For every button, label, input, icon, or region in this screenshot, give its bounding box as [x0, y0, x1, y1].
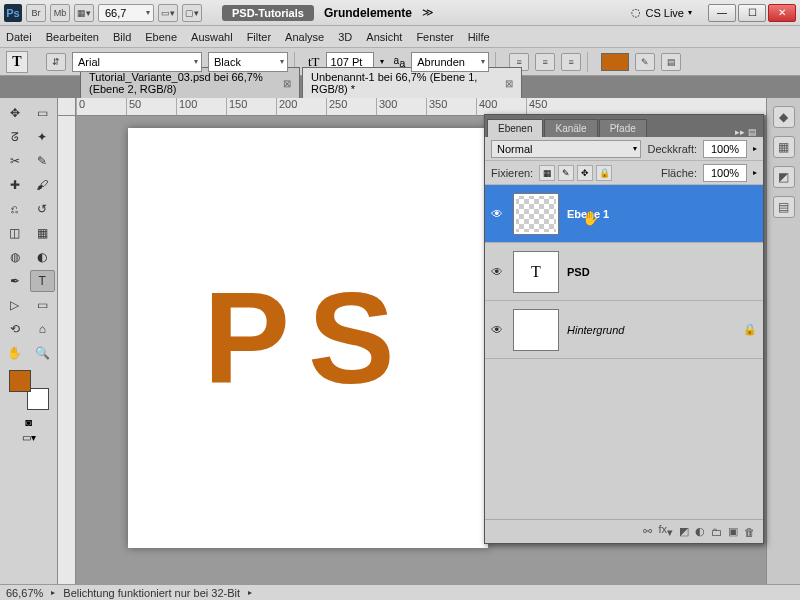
blend-mode-select[interactable]: Normal [491, 140, 641, 158]
warp-text-button[interactable]: ✎ [635, 53, 655, 71]
layer-style-button[interactable]: fx▾ [658, 523, 673, 539]
history-brush-tool[interactable]: ↺ [30, 198, 56, 220]
align-center-button[interactable]: ≡ [535, 53, 555, 71]
layer-thumbnail[interactable] [513, 309, 559, 351]
workspace-switcher[interactable]: PSD-Tutorials [222, 5, 314, 21]
opacity-flyout[interactable]: ▸ [753, 144, 757, 153]
3d-camera-tool[interactable]: ⌂ [30, 318, 56, 340]
color-panel-icon[interactable]: ◆ [773, 106, 795, 128]
healing-tool[interactable]: ✚ [2, 174, 28, 196]
tool-preset-type[interactable]: T [6, 51, 28, 73]
link-layers-button[interactable]: ⚯ [643, 525, 652, 538]
menu-filter[interactable]: Filter [247, 31, 271, 43]
align-right-button[interactable]: ≡ [561, 53, 581, 71]
lock-pixels-button[interactable]: ✎ [558, 165, 574, 181]
shape-tool[interactable]: ▭ [30, 294, 56, 316]
stamp-tool[interactable]: ⎌ [2, 198, 28, 220]
adjustment-layer-button[interactable]: ◐ [695, 525, 705, 538]
close-button[interactable]: ✕ [768, 4, 796, 22]
screenmode-button[interactable]: ▢▾ [182, 4, 202, 22]
menu-ebene[interactable]: Ebene [145, 31, 177, 43]
character-panel-button[interactable]: ▤ [661, 53, 681, 71]
arrange-button[interactable]: ▭▾ [158, 4, 178, 22]
delete-layer-button[interactable]: 🗑 [744, 526, 755, 538]
tab-pfade[interactable]: Pfade [599, 119, 647, 137]
menu-hilfe[interactable]: Hilfe [468, 31, 490, 43]
document-tab-1[interactable]: Unbenannt-1 bei 66,7% (Ebene 1, RGB/8) *… [302, 67, 522, 98]
layer-name[interactable]: PSD [567, 266, 590, 278]
hand-tool[interactable]: ✋ [2, 342, 28, 364]
marquee-tool[interactable]: ▭ [30, 102, 56, 124]
ruler-origin[interactable] [58, 98, 76, 116]
menu-ansicht[interactable]: Ansicht [366, 31, 402, 43]
layers-panel-icon[interactable]: ▤ [773, 196, 795, 218]
crop-tool[interactable]: ✂ [2, 150, 28, 172]
more-icon[interactable]: ≫ [422, 6, 434, 19]
opacity-input[interactable]: 100% [703, 140, 747, 158]
fill-input[interactable]: 100% [703, 164, 747, 182]
layer-name[interactable]: Hintergrund [567, 324, 624, 336]
layer-row[interactable]: 👁 T PSD [485, 243, 763, 301]
layer-thumbnail[interactable] [513, 193, 559, 235]
lasso-tool[interactable]: ᘔ [2, 126, 28, 148]
font-family-select[interactable]: Arial [72, 52, 202, 72]
text-color-swatch[interactable] [601, 53, 629, 71]
antialias-select[interactable]: Abrunden [411, 52, 489, 72]
zoom-tool[interactable]: 🔍 [30, 342, 56, 364]
visibility-icon[interactable]: 👁 [491, 323, 505, 337]
menu-datei[interactable]: Datei [6, 31, 32, 43]
close-icon[interactable]: ⊠ [505, 78, 513, 89]
menu-auswahl[interactable]: Auswahl [191, 31, 233, 43]
fill-flyout[interactable]: ▸ [753, 168, 757, 177]
path-select-tool[interactable]: ▷ [2, 294, 28, 316]
tab-ebenen[interactable]: Ebenen [487, 119, 543, 137]
lock-transparency-button[interactable]: ▦ [539, 165, 555, 181]
layer-mask-button[interactable]: ◩ [679, 525, 689, 538]
zoom-dropdown[interactable]: 66,7 [98, 4, 154, 22]
layer-name[interactable]: Ebene 1 [567, 208, 609, 220]
maximize-button[interactable]: ☐ [738, 4, 766, 22]
type-tool[interactable]: T [30, 270, 56, 292]
font-size-stepper[interactable]: ▾ [380, 57, 384, 66]
layer-row[interactable]: 👁 Ebene 1 [485, 185, 763, 243]
foreground-color-swatch[interactable] [9, 370, 31, 392]
lock-all-button[interactable]: 🔒 [596, 165, 612, 181]
wand-tool[interactable]: ✦ [30, 126, 56, 148]
layer-row[interactable]: 👁 Hintergrund 🔒 [485, 301, 763, 359]
cslive-button[interactable]: ◌ CS Live▾ [631, 6, 692, 19]
visibility-icon[interactable]: 👁 [491, 265, 505, 279]
minimize-button[interactable]: — [708, 4, 736, 22]
move-tool[interactable]: ✥ [2, 102, 28, 124]
lock-position-button[interactable]: ✥ [577, 165, 593, 181]
3d-tool[interactable]: ⟲ [2, 318, 28, 340]
ruler-vertical[interactable] [58, 116, 76, 584]
quickmask-button[interactable]: ◙ [2, 416, 55, 428]
visibility-icon[interactable]: 👁 [491, 207, 505, 221]
gradient-tool[interactable]: ▦ [30, 222, 56, 244]
text-orientation-button[interactable]: ⇵ [46, 53, 66, 71]
menu-bild[interactable]: Bild [113, 31, 131, 43]
minibridge-button[interactable]: Mb [50, 4, 70, 22]
layer-group-button[interactable]: 🗀 [711, 526, 722, 538]
zoom-readout[interactable]: 66,67% [6, 587, 43, 599]
new-layer-button[interactable]: ▣ [728, 525, 738, 538]
panel-collapse-icon[interactable]: ▸▸ ▤ [729, 127, 763, 137]
status-flyout[interactable]: ▸ [51, 588, 55, 597]
color-picker[interactable] [9, 370, 49, 410]
document-tab-0[interactable]: Tutorial_Variante_03.psd bei 66,7% (Eben… [80, 67, 300, 98]
menu-fenster[interactable]: Fenster [416, 31, 453, 43]
swatches-panel-icon[interactable]: ▦ [773, 136, 795, 158]
dodge-tool[interactable]: ◐ [30, 246, 56, 268]
secondary-workspace[interactable]: Grundelemente [324, 6, 412, 20]
eraser-tool[interactable]: ◫ [2, 222, 28, 244]
blur-tool[interactable]: ◍ [2, 246, 28, 268]
menu-analyse[interactable]: Analyse [285, 31, 324, 43]
menu-bearbeiten[interactable]: Bearbeiten [46, 31, 99, 43]
pen-tool[interactable]: ✒ [2, 270, 28, 292]
tab-kanaele[interactable]: Kanäle [544, 119, 597, 137]
status-more[interactable]: ▸ [248, 588, 252, 597]
screenmode-toggle[interactable]: ▭▾ [2, 432, 55, 443]
bridge-button[interactable]: Br [26, 4, 46, 22]
document-canvas[interactable]: PS [128, 128, 488, 548]
view-extras-button[interactable]: ▦▾ [74, 4, 94, 22]
